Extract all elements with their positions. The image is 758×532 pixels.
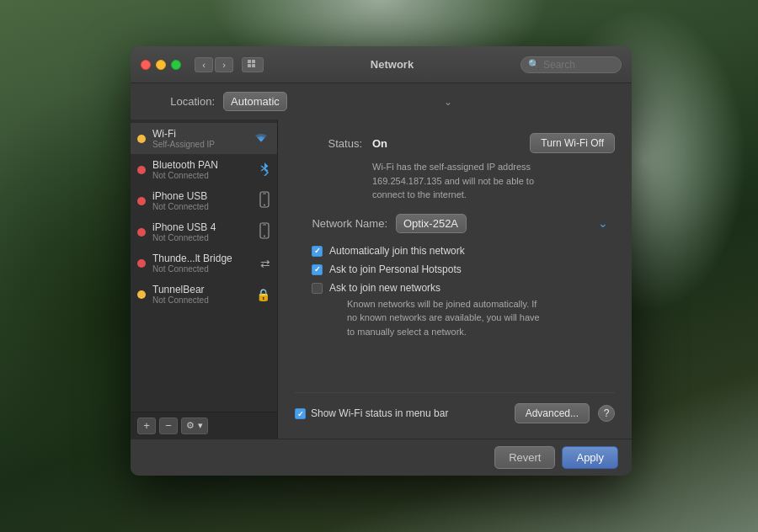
revert-button[interactable]: Revert bbox=[494, 446, 555, 469]
advanced-button[interactable]: Advanced... bbox=[515, 403, 590, 423]
detail-panel: Status: On Turn Wi-Fi Off Wi-Fi has the … bbox=[278, 120, 632, 439]
sidebar-item-iphone-usb4-status: Not Connected bbox=[152, 233, 252, 242]
close-button[interactable] bbox=[141, 60, 151, 70]
location-select[interactable]: Automatic bbox=[223, 92, 287, 111]
network-name-row: Network Name: Optix-252A bbox=[295, 214, 615, 233]
network-name-label: Network Name: bbox=[295, 217, 387, 230]
apply-button[interactable]: Apply bbox=[562, 446, 618, 469]
new-networks-checkbox[interactable] bbox=[312, 283, 323, 294]
svg-rect-3 bbox=[252, 64, 255, 67]
status-value: On bbox=[372, 137, 387, 150]
wifi-icon bbox=[252, 130, 270, 147]
personal-hotspots-label: Ask to join Personal Hotspots bbox=[329, 263, 462, 275]
status-dot-thunderbolt bbox=[137, 259, 146, 268]
status-dot-bluetooth-pan bbox=[137, 166, 146, 174]
sidebar-item-thunderbolt-status: Not Connected bbox=[152, 264, 254, 274]
status-dot-iphone-usb4 bbox=[137, 228, 146, 237]
main-content: Wi-Fi Self-Assigned IP bbox=[131, 120, 632, 439]
status-label: Status: bbox=[295, 137, 362, 150]
svg-point-6 bbox=[264, 204, 265, 205]
network-window: ‹ › Network 🔍 Location: Automatic bbox=[131, 46, 632, 476]
svg-rect-1 bbox=[252, 60, 255, 63]
sidebar-item-iphone-usb-status: Not Connected bbox=[152, 202, 252, 211]
maximize-button[interactable] bbox=[171, 60, 181, 70]
titlebar: ‹ › Network 🔍 bbox=[131, 46, 632, 83]
iphone-usb4-icon bbox=[259, 222, 270, 242]
sidebar-item-iphone-usb4-name: iPhone USB 4 bbox=[152, 221, 252, 233]
search-input[interactable] bbox=[543, 59, 615, 71]
sidebar-item-thunderbolt[interactable]: Thunde...lt Bridge Not Connected ⇄ bbox=[131, 247, 277, 279]
known-networks-description: Known networks will be joined automatica… bbox=[347, 297, 615, 339]
action-bar: Revert Apply bbox=[131, 439, 632, 476]
sidebar-item-wifi-status: Self-Assigned IP bbox=[152, 140, 245, 149]
network-name-select[interactable]: Optix-252A bbox=[396, 214, 467, 233]
svg-rect-8 bbox=[263, 224, 266, 225]
iphone-usb-icon bbox=[259, 191, 270, 211]
sidebar-item-iphone-usb-name: iPhone USB bbox=[152, 190, 252, 202]
checkbox-row-new-networks: Ask to join new networks bbox=[312, 282, 615, 294]
new-networks-label: Ask to join new networks bbox=[329, 282, 440, 294]
sidebar-toolbar: + − ⚙ ▾ bbox=[131, 412, 277, 439]
status-description: Wi-Fi has the self-assigned IP address 1… bbox=[372, 160, 615, 202]
sidebar-item-iphone-usb[interactable]: iPhone USB Not Connected bbox=[131, 185, 277, 216]
thunderbolt-icon: ⇄ bbox=[260, 257, 270, 270]
help-button[interactable]: ? bbox=[598, 405, 615, 422]
sidebar-item-wifi[interactable]: Wi-Fi Self-Assigned IP bbox=[131, 123, 277, 154]
personal-hotspots-checkbox[interactable]: ✓ bbox=[312, 264, 323, 275]
location-label: Location: bbox=[147, 95, 215, 108]
status-dot-wifi bbox=[137, 135, 146, 143]
status-row: Status: On Turn Wi-Fi Off bbox=[295, 133, 615, 153]
checkbox-row-auto-join: ✓ Automatically join this network bbox=[312, 245, 615, 257]
svg-point-9 bbox=[264, 235, 265, 237]
minimize-button[interactable] bbox=[156, 60, 166, 70]
status-dot-tunnelbear bbox=[137, 290, 146, 299]
turn-wifi-off-button[interactable]: Turn Wi-Fi Off bbox=[530, 133, 615, 153]
sidebar-item-bluetooth-pan-name: Bluetooth PAN bbox=[152, 159, 252, 171]
sidebar-item-bluetooth-pan[interactable]: Bluetooth PAN Not Connected bbox=[131, 154, 277, 185]
bottom-row: ✓ Show Wi-Fi status in menu bar Advanced… bbox=[295, 392, 615, 425]
svg-rect-0 bbox=[248, 60, 251, 63]
status-dot-iphone-usb bbox=[137, 197, 146, 205]
traffic-lights bbox=[141, 60, 181, 70]
gear-button[interactable]: ⚙ ▾ bbox=[181, 418, 208, 434]
location-bar: Location: Automatic bbox=[131, 83, 632, 120]
show-wifi-checkbox[interactable]: ✓ bbox=[295, 408, 306, 419]
show-wifi-row: ✓ Show Wi-Fi status in menu bar bbox=[295, 407, 448, 419]
tunnelbear-icon: 🔒 bbox=[256, 288, 270, 301]
sidebar-list: Wi-Fi Self-Assigned IP bbox=[131, 120, 277, 412]
checkbox-row-personal-hotspots: ✓ Ask to join Personal Hotspots bbox=[312, 263, 615, 275]
grid-button[interactable] bbox=[242, 57, 264, 72]
sidebar-item-tunnelbear-name: TunnelBear bbox=[152, 284, 249, 295]
back-button[interactable]: ‹ bbox=[195, 57, 213, 72]
add-button[interactable]: + bbox=[137, 418, 156, 434]
auto-join-checkbox[interactable]: ✓ bbox=[312, 246, 323, 257]
nav-buttons: ‹ › bbox=[195, 57, 233, 72]
bluetooth-icon bbox=[259, 161, 270, 179]
forward-button[interactable]: › bbox=[215, 57, 233, 72]
sidebar-item-wifi-name: Wi-Fi bbox=[152, 128, 245, 140]
svg-rect-2 bbox=[248, 64, 251, 67]
network-name-select-wrapper: Optix-252A bbox=[396, 214, 615, 233]
auto-join-label: Automatically join this network bbox=[329, 245, 465, 257]
checkboxes: ✓ Automatically join this network ✓ Ask … bbox=[312, 245, 615, 346]
sidebar-item-tunnelbear-status: Not Connected bbox=[152, 295, 249, 305]
search-icon: 🔍 bbox=[528, 59, 540, 70]
location-select-wrapper: Automatic bbox=[223, 92, 459, 111]
remove-button[interactable]: − bbox=[159, 418, 178, 434]
sidebar-item-tunnelbear[interactable]: TunnelBear Not Connected 🔒 bbox=[131, 279, 277, 310]
sidebar-item-bluetooth-pan-status: Not Connected bbox=[152, 171, 252, 180]
sidebar-item-iphone-usb4[interactable]: iPhone USB 4 Not Connected bbox=[131, 216, 277, 247]
window-title: Network bbox=[270, 58, 514, 71]
search-box[interactable]: 🔍 bbox=[520, 56, 622, 73]
show-wifi-label: Show Wi-Fi status in menu bar bbox=[311, 407, 448, 419]
sidebar: Wi-Fi Self-Assigned IP bbox=[131, 120, 278, 439]
sidebar-item-thunderbolt-name: Thunde...lt Bridge bbox=[152, 253, 254, 264]
svg-rect-5 bbox=[263, 193, 266, 194]
